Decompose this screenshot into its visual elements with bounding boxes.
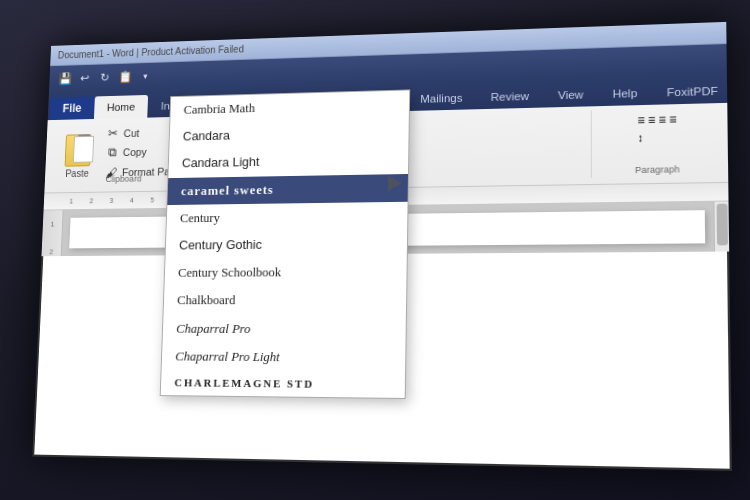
align-right-icon[interactable]: ≡ bbox=[658, 113, 666, 127]
dropdown-item-candara-light[interactable]: Candara Light bbox=[168, 146, 408, 178]
tab-foxitpdf[interactable]: FoxitPDF bbox=[652, 78, 732, 104]
dropdown-item-caramel-sweets[interactable]: caramel sweets bbox=[167, 174, 408, 205]
paragraph-group: ≡ ≡ ≡ ≡ ↕ Paragraph bbox=[594, 107, 722, 178]
tab-home[interactable]: Home bbox=[94, 95, 149, 119]
paragraph-align-row: ≡ ≡ ≡ ≡ bbox=[637, 112, 676, 127]
ruler-mark-2: 2 bbox=[89, 197, 93, 204]
redo-icon[interactable]: ↻ bbox=[96, 69, 113, 86]
tab-mailings[interactable]: Mailings bbox=[406, 86, 476, 111]
align-left-icon[interactable]: ≡ bbox=[637, 113, 644, 127]
scroll-thumb[interactable] bbox=[717, 204, 728, 246]
vertical-scrollbar[interactable] bbox=[713, 202, 729, 252]
vruler-2: 2 bbox=[49, 248, 53, 257]
tab-view[interactable]: View bbox=[543, 82, 598, 107]
dropdown-item-century-schoolbook[interactable]: Century Schoolbook bbox=[164, 258, 406, 287]
paragraph-label: Paragraph bbox=[635, 164, 680, 175]
vruler-1: 1 bbox=[50, 220, 54, 229]
dropdown-item-chaparral-pro[interactable]: Chaparral Pro bbox=[163, 314, 406, 343]
scissors-icon: ✂ bbox=[105, 126, 120, 141]
paste-button[interactable]: Paste bbox=[56, 124, 100, 182]
ruler-mark-4: 4 bbox=[130, 197, 134, 204]
ruler-mark-3: 3 bbox=[110, 197, 114, 204]
ruler-mark-1: 1 bbox=[69, 198, 73, 205]
mouse-cursor bbox=[388, 175, 402, 191]
tab-file[interactable]: File bbox=[50, 96, 95, 120]
ruler-mark-5: 5 bbox=[150, 197, 154, 204]
laptop-screen: Document1 - Word | Product Activation Fa… bbox=[32, 22, 732, 471]
screen-bezel: Document1 - Word | Product Activation Fa… bbox=[0, 0, 750, 500]
line-spacing-icon[interactable]: ↕ bbox=[637, 131, 643, 143]
justify-icon[interactable]: ≡ bbox=[669, 112, 677, 126]
save-icon[interactable]: 💾 bbox=[56, 70, 73, 87]
copy-icon: ⧉ bbox=[104, 145, 119, 160]
dropdown-item-charlemagne-std[interactable]: CHARLEMAGNE STD bbox=[161, 370, 405, 398]
clipboard-shape bbox=[65, 134, 92, 167]
dropdown-item-chaparral-pro-light[interactable]: Chaparral Pro Light bbox=[162, 342, 406, 372]
align-center-icon[interactable]: ≡ bbox=[648, 113, 656, 127]
paper-shape bbox=[73, 136, 94, 163]
dropdown-item-chalkboard[interactable]: Chalkboard bbox=[164, 286, 407, 315]
paste-label: Paste bbox=[65, 168, 89, 179]
dropdown-item-century-gothic[interactable]: Century Gothic bbox=[165, 230, 407, 260]
tab-help[interactable]: Help bbox=[598, 81, 652, 107]
undo-icon[interactable]: ↩ bbox=[76, 69, 93, 86]
copy-label: Copy bbox=[123, 146, 147, 158]
title-text: Document1 - Word | Product Activation Fa… bbox=[58, 44, 244, 61]
font-dropdown: Cambria Math Candara Candara Light caram… bbox=[160, 89, 411, 399]
clipboard-label: Clipboard bbox=[106, 174, 142, 184]
dropdown-item-century[interactable]: Century bbox=[166, 202, 407, 233]
cut-label: Cut bbox=[123, 127, 139, 139]
vertical-ruler: 1 2 bbox=[41, 210, 63, 256]
line-spacing-row: ↕ bbox=[637, 131, 676, 144]
clipboard-icon[interactable]: 📋 bbox=[116, 68, 133, 85]
dropdown-icon[interactable]: ▾ bbox=[136, 68, 153, 85]
paste-icon bbox=[60, 126, 96, 166]
tab-review[interactable]: Review bbox=[476, 84, 543, 110]
